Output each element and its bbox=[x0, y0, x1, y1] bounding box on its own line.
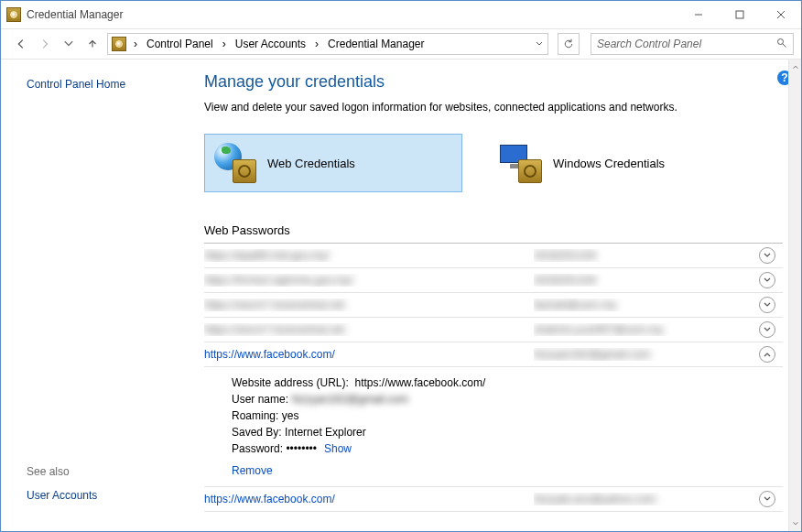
refresh-button[interactable] bbox=[558, 33, 580, 55]
title-bar: Credential Manager bbox=[1, 1, 801, 28]
breadcrumb-item[interactable]: Control Panel bbox=[143, 36, 217, 52]
maximize-button[interactable] bbox=[719, 2, 760, 28]
detail-user-value: hizzyan162@gmail.com bbox=[291, 393, 408, 406]
expand-button[interactable] bbox=[759, 321, 775, 338]
detail-roaming-label: Roaming: bbox=[232, 409, 278, 422]
credential-user: hizzyak.anz@yahoo.com bbox=[534, 493, 656, 505]
nav-bar: › Control Panel › User Accounts › Creden… bbox=[1, 28, 801, 60]
scrollbar[interactable] bbox=[788, 60, 801, 531]
back-button[interactable] bbox=[12, 35, 30, 53]
credential-user: fazirah@usm.my bbox=[534, 299, 616, 311]
detail-savedby-value: Internet Explorer bbox=[285, 426, 366, 439]
address-icon bbox=[112, 37, 126, 51]
credential-user: shahrini.yushf07@usm.my bbox=[534, 323, 664, 336]
detail-url-label: Website address (URL): bbox=[232, 376, 349, 389]
breadcrumb-item[interactable]: Credential Manager bbox=[324, 36, 428, 52]
recent-locations-button[interactable] bbox=[60, 35, 78, 53]
credential-row[interactable]: https://hrmis2.eghrmis.gov.my/ A01620110… bbox=[204, 268, 783, 293]
web-credentials-icon bbox=[214, 143, 256, 183]
scroll-down-button[interactable] bbox=[789, 516, 801, 531]
detail-password-label: Password: bbox=[232, 442, 283, 455]
svg-point-4 bbox=[778, 38, 784, 44]
page-description: View and delete your saved logon informa… bbox=[204, 101, 783, 114]
close-button[interactable] bbox=[760, 2, 801, 28]
user-accounts-link[interactable]: User Accounts bbox=[27, 489, 169, 502]
search-placeholder: Search Control Panel bbox=[597, 38, 701, 50]
sidebar: Control Panel Home See also User Account… bbox=[1, 60, 184, 531]
svg-rect-1 bbox=[736, 11, 743, 18]
detail-roaming-value: yes bbox=[282, 409, 299, 422]
credential-user: A016201104 bbox=[534, 274, 596, 287]
credential-url: https://www.facebook.com/ bbox=[204, 348, 335, 361]
address-bar[interactable]: › Control Panel › User Accounts › Creden… bbox=[107, 33, 548, 55]
credential-user: A016201104 bbox=[534, 249, 596, 262]
tab-label: Windows Credentials bbox=[553, 157, 665, 170]
chevron-right-icon[interactable]: › bbox=[219, 36, 230, 52]
tab-windows-credentials[interactable]: Windows Credentials bbox=[490, 134, 748, 192]
chevron-right-icon[interactable]: › bbox=[311, 36, 322, 52]
chevron-right-icon[interactable]: › bbox=[130, 36, 141, 52]
credential-url: https://www.facebook.com/ bbox=[204, 493, 335, 505]
detail-user-label: User name: bbox=[232, 393, 288, 406]
credential-url: https://secm7.hostcentral.net bbox=[204, 299, 344, 311]
detail-savedby-label: Saved By: bbox=[232, 426, 282, 439]
search-icon[interactable] bbox=[776, 38, 787, 51]
credential-row[interactable]: https://secm7.hostcentral.net shahrini.y… bbox=[204, 318, 783, 342]
remove-link[interactable]: Remove bbox=[232, 464, 273, 477]
forward-button[interactable] bbox=[36, 35, 54, 53]
svg-line-5 bbox=[783, 43, 786, 47]
content-area: ? Manage your credentials View and delet… bbox=[184, 60, 801, 531]
tab-web-credentials[interactable]: Web Credentials bbox=[204, 134, 462, 192]
control-panel-home-link[interactable]: Control Panel Home bbox=[27, 78, 169, 91]
credential-row[interactable]: https://epa89.mid.gov.my/ A016201104 bbox=[204, 244, 783, 268]
detail-url-value: https://www.facebook.com/ bbox=[355, 376, 486, 389]
up-button[interactable] bbox=[83, 35, 102, 53]
section-title: Web Passwords bbox=[204, 223, 783, 244]
search-input[interactable]: Search Control Panel bbox=[591, 33, 794, 55]
credential-url: https://hrmis2.eghrmis.gov.my/ bbox=[204, 274, 353, 287]
credential-row[interactable]: https://www.facebook.com/ hizzyak.anz@ya… bbox=[204, 487, 783, 512]
credential-detail: Website address (URL): https://www.faceb… bbox=[204, 367, 783, 487]
app-icon bbox=[6, 7, 21, 22]
windows-credentials-icon bbox=[500, 143, 542, 183]
expand-button[interactable] bbox=[759, 297, 775, 313]
credential-url: https://secm7.hostcentral.net bbox=[204, 323, 344, 336]
expand-button[interactable] bbox=[759, 491, 775, 507]
expand-button[interactable] bbox=[759, 247, 775, 264]
minimize-button[interactable] bbox=[677, 2, 719, 28]
scroll-up-button[interactable] bbox=[789, 60, 801, 74]
breadcrumb: › Control Panel › User Accounts › Creden… bbox=[130, 36, 531, 52]
credential-url: https://epa89.mid.gov.my/ bbox=[204, 249, 330, 262]
credential-row[interactable]: https://www.facebook.com/ hizzyan162@gma… bbox=[204, 342, 783, 367]
credential-list: https://epa89.mid.gov.my/ A016201104 htt… bbox=[204, 244, 783, 512]
chevron-down-icon[interactable] bbox=[535, 39, 544, 49]
breadcrumb-item[interactable]: User Accounts bbox=[232, 36, 309, 52]
credential-user: hizzyan162@gmail.com bbox=[534, 348, 651, 361]
collapse-button[interactable] bbox=[759, 346, 775, 363]
page-title: Manage your credentials bbox=[204, 72, 783, 92]
tab-label: Web Credentials bbox=[267, 157, 355, 170]
expand-button[interactable] bbox=[759, 272, 775, 288]
window-title: Credential Manager bbox=[27, 8, 123, 21]
see-also-label: See also bbox=[27, 465, 169, 478]
show-password-link[interactable]: Show bbox=[324, 442, 352, 455]
credential-row[interactable]: https://secm7.hostcentral.net fazirah@us… bbox=[204, 293, 783, 318]
detail-password-value: •••••••• bbox=[286, 442, 317, 455]
